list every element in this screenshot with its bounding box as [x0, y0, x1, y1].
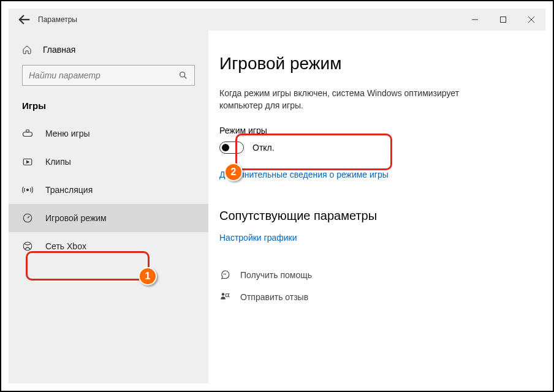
graphics-settings-link[interactable]: Настройки графики: [219, 233, 534, 243]
svg-rect-6: [23, 132, 32, 137]
svg-line-5: [184, 77, 187, 79]
sidebar-item-label: Меню игры: [45, 129, 90, 138]
close-icon: [528, 16, 535, 23]
minimize-icon: [471, 16, 479, 23]
svg-point-13: [23, 242, 32, 251]
xbox-icon: [22, 241, 33, 252]
get-help-label: Получить помощь: [240, 270, 312, 280]
learn-more-link[interactable]: Дополнительные сведения о режиме игры: [219, 170, 534, 179]
window-body: Главная Игры Меню игры: [9, 31, 545, 383]
search-input[interactable]: [29, 70, 188, 80]
titlebar: Параметры: [9, 9, 545, 31]
home-icon: [22, 45, 32, 55]
sidebar-item-broadcasting[interactable]: Трансляция: [9, 176, 208, 204]
sidebar-item-label: Сеть Xbox: [45, 241, 86, 251]
search-container: [9, 61, 208, 94]
captures-icon: [22, 156, 33, 167]
svg-point-14: [224, 274, 224, 274]
page-title: Игровой режим: [219, 54, 534, 74]
toggle-state-text: Откл.: [252, 143, 275, 153]
sidebar-item-label: Трансляция: [45, 185, 93, 195]
feedback-link[interactable]: Отправить отзыв: [219, 292, 534, 303]
feedback-label: Отправить отзыв: [240, 292, 308, 302]
search-icon: [178, 70, 188, 82]
game-mode-toggle-group: Режим игры Откл.: [219, 126, 534, 156]
toggle-row: Откл.: [219, 141, 534, 154]
home-label: Главная: [43, 45, 75, 55]
sidebar: Главная Игры Меню игры: [9, 31, 208, 383]
sidebar-item-game-mode[interactable]: Игровой режим: [9, 204, 208, 232]
arrow-left-icon: [16, 11, 33, 28]
window-controls: [461, 9, 545, 31]
maximize-button[interactable]: [489, 9, 517, 31]
search-box[interactable]: [22, 65, 195, 86]
toggle-knob: [222, 144, 229, 151]
svg-rect-7: [26, 130, 29, 132]
sidebar-item-xbox-networking[interactable]: Сеть Xbox: [9, 232, 208, 260]
feedback-icon: [219, 292, 230, 303]
close-button[interactable]: [517, 9, 545, 31]
sidebar-item-label: Игровой режим: [45, 213, 107, 223]
svg-rect-1: [501, 17, 506, 23]
help-icon: [219, 270, 230, 281]
svg-point-16: [222, 293, 225, 296]
svg-line-12: [28, 216, 29, 218]
window-title: Параметры: [38, 15, 77, 24]
get-help-link[interactable]: Получить помощь: [219, 270, 534, 281]
sidebar-item-label: Клипы: [45, 157, 71, 167]
svg-point-4: [180, 72, 185, 77]
home-link[interactable]: Главная: [9, 38, 208, 61]
sidebar-item-game-bar[interactable]: Меню игры: [9, 119, 208, 148]
broadcast-icon: [22, 184, 33, 195]
svg-marker-9: [27, 161, 29, 164]
back-button[interactable]: [16, 11, 33, 28]
svg-point-15: [225, 274, 226, 274]
main-content: Игровой режим Когда режим игры включен, …: [208, 31, 545, 383]
section-header: Игры: [9, 94, 208, 119]
related-settings-header: Сопутствующие параметры: [219, 209, 534, 223]
app-frame: Параметры Главная: [0, 0, 554, 392]
page-description: Когда режим игры включен, система Window…: [219, 87, 489, 112]
settings-window: Параметры Главная: [9, 9, 545, 383]
sidebar-item-captures[interactable]: Клипы: [9, 148, 208, 176]
game-bar-icon: [22, 128, 33, 139]
gauge-icon: [22, 213, 33, 224]
game-mode-toggle[interactable]: [219, 141, 244, 154]
svg-point-10: [27, 189, 29, 191]
minimize-button[interactable]: [461, 9, 489, 31]
toggle-label: Режим игры: [219, 126, 534, 135]
maximize-icon: [499, 16, 507, 23]
